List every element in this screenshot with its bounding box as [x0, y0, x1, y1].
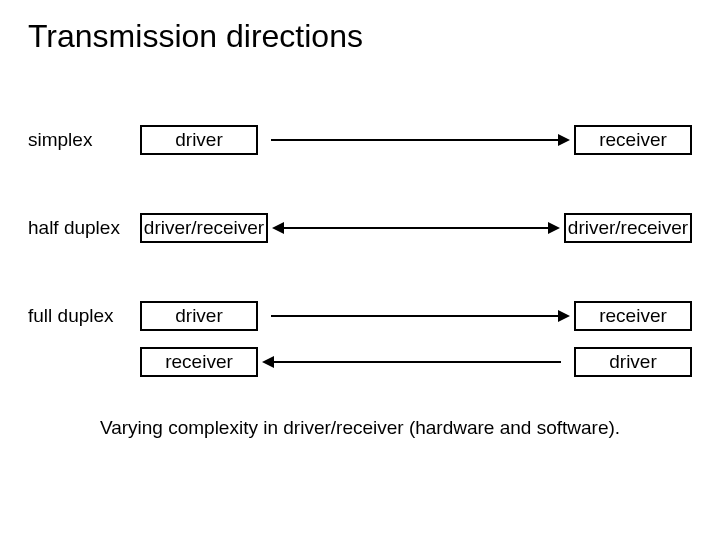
arrow-right-icon	[548, 222, 560, 234]
arrow-line-icon	[281, 227, 551, 229]
box-full-duplex-1-right: receiver	[574, 301, 692, 331]
box-half-duplex-right: driver/receiver	[564, 213, 692, 243]
arrow-right-icon	[558, 134, 570, 146]
box-full-duplex-1-left: driver	[140, 301, 258, 331]
label-half-duplex: half duplex	[28, 217, 140, 239]
row-simplex: simplex driver receiver	[28, 125, 692, 155]
box-simplex-right: receiver	[574, 125, 692, 155]
row-half-duplex: half duplex driver/receiver driver/recei…	[28, 213, 692, 243]
box-full-duplex-2-left: receiver	[140, 347, 258, 377]
label-full-duplex: full duplex	[28, 305, 140, 327]
arrow-full-duplex-1	[262, 314, 570, 318]
arrow-line-icon	[271, 361, 561, 363]
arrow-full-duplex-2	[262, 360, 570, 364]
label-simplex: simplex	[28, 129, 140, 151]
row-full-duplex-1: full duplex driver receiver	[28, 301, 692, 331]
box-full-duplex-2-right: driver	[574, 347, 692, 377]
caption-text: Varying complexity in driver/receiver (h…	[28, 417, 692, 439]
arrow-right-icon	[558, 310, 570, 322]
arrow-line-icon	[271, 139, 561, 141]
arrow-half-duplex	[272, 226, 560, 230]
arrow-simplex	[262, 138, 570, 142]
row-full-duplex-2: receiver driver	[28, 347, 692, 377]
page-title: Transmission directions	[28, 18, 692, 55]
arrow-line-icon	[271, 315, 561, 317]
box-simplex-left: driver	[140, 125, 258, 155]
box-half-duplex-left: driver/receiver	[140, 213, 268, 243]
